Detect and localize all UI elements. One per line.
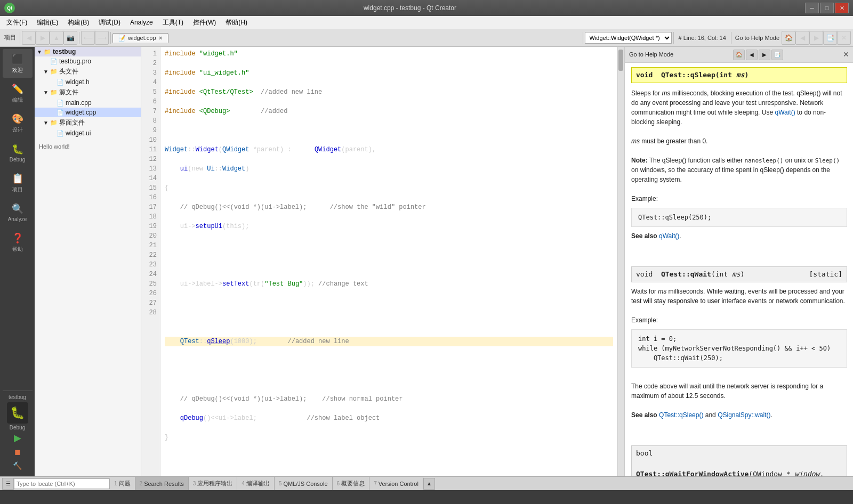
- help-home-icon[interactable]: 🏠: [733, 50, 745, 60]
- tree-item-testbug-pro[interactable]: 📄 testbug.pro: [35, 56, 141, 66]
- tree-item-widget-h[interactable]: 📄 widget.h: [35, 77, 141, 87]
- status-tab-2-label: Search Results: [144, 481, 184, 487]
- menu-build[interactable]: 构建(B): [63, 17, 93, 28]
- tree-item-forms[interactable]: ▼ 📁 界面文件: [35, 117, 141, 128]
- help-func1-seealso: See also qWait().: [631, 231, 847, 241]
- help-panel-outer: Go to Help Mode 🏠 ◀ ▶ 📑 ✕ void QTest::qS…: [624, 47, 853, 476]
- toolbar-separator4: [583, 32, 583, 44]
- minimize-button[interactable]: ─: [805, 3, 819, 13]
- sidebar-item-welcome[interactable]: ⬛ 欢迎: [3, 49, 33, 78]
- status-tab-7-num: 7: [374, 481, 377, 486]
- folder-icon-sources: 📁: [50, 89, 58, 96]
- status-tab-1-num: 1: [114, 481, 117, 486]
- help-func2-signature: void QTest::qWait(int ms): [636, 269, 745, 280]
- expand-icon-forms: ▼: [43, 120, 49, 126]
- stop-button[interactable]: ◼: [10, 445, 26, 458]
- tree-item-widget-ui[interactable]: 📄 widget.ui: [35, 128, 141, 138]
- sidebar-item-help[interactable]: ❓ 帮助: [3, 228, 33, 257]
- status-tab-search-results[interactable]: 2 Search Results: [135, 477, 189, 490]
- status-tab-summary[interactable]: 6 概要信息: [333, 477, 370, 490]
- help-bookmark-icon[interactable]: 📑: [771, 50, 783, 60]
- menu-edit[interactable]: 编辑(E): [33, 17, 62, 28]
- help-back-btn[interactable]: ◀: [795, 31, 809, 45]
- toolbar-next-btn[interactable]: ⟶: [95, 31, 109, 45]
- sidebar: ⬛ 欢迎 ✏️ 编辑 🎨 设计 🐛 Debug 📋 项目: [0, 47, 35, 476]
- menu-help[interactable]: 帮助(H): [221, 17, 252, 28]
- help-back-icon[interactable]: ◀: [746, 50, 758, 60]
- sidebar-label-debug: Debug: [10, 157, 25, 162]
- status-tab-5-num: 5: [279, 481, 282, 486]
- help-mode-label: Go to Help Mode: [733, 35, 782, 41]
- status-toggle-btn[interactable]: ☰: [2, 478, 14, 490]
- editor-scrollbar[interactable]: [617, 47, 624, 476]
- file-icon-widget-cpp: 📄: [57, 109, 64, 116]
- code-line-12: [165, 260, 613, 270]
- help-close-btn2[interactable]: ✕: [837, 31, 851, 45]
- tree-label-forms: 界面文件: [59, 118, 85, 127]
- help-qwait-link2[interactable]: qWait(): [659, 232, 679, 240]
- help-qsleep-link[interactable]: QTest::qSleep(): [659, 411, 703, 419]
- tree-item-main-cpp[interactable]: 📄 main.cpp: [35, 98, 141, 108]
- close-button[interactable]: ✕: [835, 3, 849, 13]
- sidebar-item-analyze[interactable]: 🔍 Analyze: [3, 198, 33, 227]
- function-combo[interactable]: Widget::Widget(QWidget *): [585, 32, 672, 44]
- sidebar-item-design[interactable]: 🎨 设计: [3, 109, 33, 137]
- search-input[interactable]: [14, 478, 110, 489]
- tree-item-testbug[interactable]: ▼ 📁 testbug: [35, 47, 141, 56]
- help-bookmark-btn[interactable]: 📑: [823, 31, 837, 45]
- tree-label-testbug: testbug: [53, 48, 76, 55]
- code-line-6: Widget::Widget(QWidget *parent) : QWidge…: [165, 145, 613, 155]
- status-tab-app-output[interactable]: 3 应用程序输出: [189, 477, 238, 490]
- code-content[interactable]: #include "widget.h" #include "ui_widget.…: [160, 47, 617, 476]
- sidebar-item-project[interactable]: 📋 项目: [3, 168, 33, 197]
- file-tab-widget-cpp[interactable]: 📝 widget.cpp ✕: [112, 33, 168, 43]
- toolbar-back-btn[interactable]: ◀: [22, 31, 36, 45]
- toolbar-up-btn[interactable]: ▲: [50, 31, 63, 45]
- sidebar-item-debug[interactable]: 🐛 Debug: [3, 139, 33, 167]
- tree-item-widget-cpp[interactable]: 📄 widget.cpp: [35, 108, 141, 117]
- file-icon-widget-h: 📄: [57, 79, 64, 86]
- menu-debug[interactable]: 调试(D): [94, 17, 125, 28]
- menubar: 文件(F) 编辑(E) 构建(B) 调试(D) Analyze 工具(T) 控件…: [0, 16, 853, 29]
- build-button[interactable]: 🔨: [10, 459, 26, 472]
- tree-label-widget-ui: widget.ui: [66, 129, 91, 137]
- tree-item-headers[interactable]: ▼ 📁 头文件: [35, 66, 141, 77]
- code-line-15: [165, 318, 613, 327]
- help-qsignalspy-link[interactable]: QSignalSpy::wait(): [718, 411, 770, 419]
- toolbar-snapshot-btn[interactable]: 📷: [63, 31, 77, 45]
- code-line-7: ui(new Ui::Widget): [165, 164, 613, 174]
- file-tab-label: widget.cpp: [128, 35, 156, 41]
- help-panel-close-btn[interactable]: ✕: [843, 49, 849, 60]
- help-forward-icon[interactable]: ▶: [759, 50, 770, 60]
- design-icon: 🎨: [12, 113, 23, 125]
- help-qwait-link[interactable]: qWait(): [775, 109, 795, 116]
- sidebar-label-project: 项目: [12, 186, 23, 193]
- menu-analyze[interactable]: Analyze: [126, 18, 157, 27]
- run-button[interactable]: ▶: [10, 432, 26, 444]
- help-func1-example-label: Example:: [631, 194, 847, 204]
- toolbar-prev-btn[interactable]: ⟵: [81, 31, 95, 45]
- code-line-22: [165, 452, 613, 461]
- file-tab-close-icon[interactable]: ✕: [158, 35, 163, 41]
- status-tab-version-control[interactable]: 7 Version Control: [369, 477, 423, 490]
- maximize-button[interactable]: □: [820, 3, 834, 13]
- sidebar-item-edit[interactable]: ✏️ 编辑: [3, 79, 33, 108]
- status-tab-issues[interactable]: 1 问题: [110, 477, 135, 490]
- status-tab-compile-output[interactable]: 4 编译输出: [237, 477, 275, 490]
- tree-item-sources[interactable]: ▼ 📁 源文件: [35, 87, 141, 98]
- menu-controls[interactable]: 控件(W): [189, 17, 220, 28]
- toolbar-forward-btn[interactable]: ▶: [36, 31, 50, 45]
- toolbar-separator5: [673, 32, 674, 44]
- code-line-16: QTest::qSleep(1000); //added new line: [165, 337, 613, 346]
- statusbar: ☰ 1 问题 2 Search Results 3 应用程序输出 4 编译输出 …: [0, 476, 853, 490]
- code-editor[interactable]: 1 2 3 4 5 6 7 8 9 10 11 12 13 14 15 16 1…: [141, 47, 624, 476]
- status-tab-qml-console[interactable]: 5 QML/JS Console: [275, 477, 333, 490]
- sidebar-label-edit: 编辑: [12, 96, 23, 104]
- help-func2-seealso: See also QTest::qSleep() and QSignalSpy:…: [631, 410, 847, 420]
- status-expand-btn[interactable]: ▲: [423, 478, 435, 490]
- folder-icon-testbug: 📁: [44, 48, 51, 55]
- menu-file[interactable]: 文件(F): [2, 17, 31, 28]
- menu-tools[interactable]: 工具(T): [158, 17, 188, 28]
- help-fwd-btn[interactable]: ▶: [809, 31, 823, 45]
- help-home-btn[interactable]: 🏠: [782, 31, 795, 45]
